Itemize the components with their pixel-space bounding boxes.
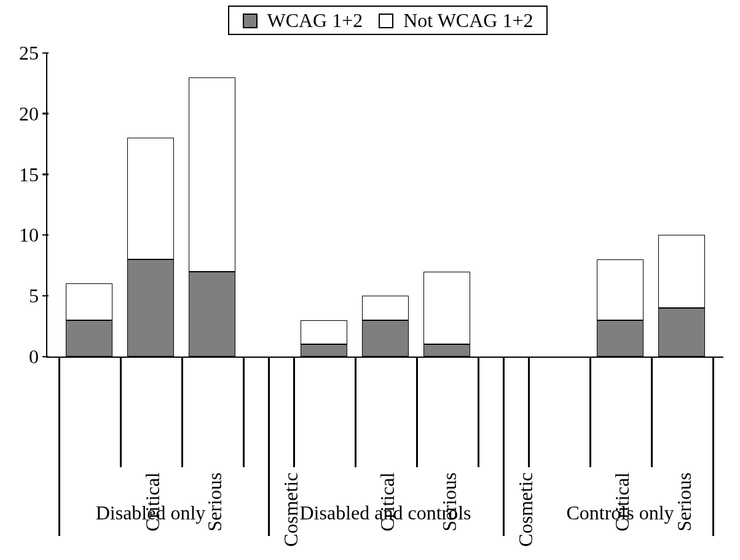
bar-segment-not-wcag (597, 259, 644, 320)
tick-mark-icon (42, 295, 49, 297)
y-tick-label: 0 (29, 345, 47, 368)
legend-label: WCAG 1+2 (267, 9, 363, 31)
subcategory-separator (293, 357, 295, 467)
subcategory-separator (528, 357, 530, 467)
bar-segment-wcag (362, 320, 409, 357)
bar-segment-wcag (423, 344, 470, 357)
bar-segment-wcag (189, 272, 235, 357)
y-tick-label: 25 (19, 42, 47, 65)
subcategory-separator (589, 357, 591, 467)
group-separator (268, 357, 270, 536)
tick-mark-icon (42, 113, 49, 115)
legend-swatch-icon (379, 14, 393, 28)
group-label: Disabled and controls (299, 502, 471, 524)
group-separator (58, 357, 60, 536)
bar-segment-not-wcag (66, 283, 112, 320)
bar-segment-not-wcag (127, 138, 174, 259)
bar-segment-not-wcag (189, 77, 235, 272)
subcategory-separator (478, 357, 479, 467)
bar-segment-wcag (127, 259, 174, 357)
bar-segment-wcag (66, 320, 112, 357)
subcategory-separator (651, 357, 653, 467)
subcategory-label: Serious (203, 473, 226, 532)
plot-area: 0510152025CriticalSeriousCosmeticCritica… (46, 53, 723, 358)
y-tick-label: 5 (29, 285, 47, 307)
group-separator (503, 357, 505, 536)
bar-segment-wcag (301, 344, 347, 357)
tick-mark-icon (42, 234, 49, 236)
chart-stage: WCAG 1+2 Not WCAG 1+2 0510152025Critical… (0, 0, 740, 560)
bar-segment-wcag (597, 320, 644, 357)
subcategory-separator (243, 357, 245, 467)
tick-mark-icon (42, 356, 49, 358)
subcategory-separator (355, 357, 356, 467)
legend-label: Not WCAG 1+2 (403, 9, 533, 31)
legend-swatch-icon (243, 14, 258, 28)
subcategory-label: Cosmetic (514, 473, 537, 547)
subcategory-separator (181, 357, 183, 467)
subcategory-label: Serious (673, 473, 696, 532)
bar-segment-not-wcag (423, 272, 470, 345)
subcategory-separator (120, 357, 122, 467)
y-tick-label: 15 (19, 163, 47, 186)
tick-mark-icon (42, 52, 49, 54)
group-label: Disabled only (96, 502, 206, 524)
legend-entry-not-wcag: Not WCAG 1+2 (379, 10, 533, 30)
y-tick-label: 10 (19, 224, 47, 246)
bar-segment-not-wcag (362, 296, 409, 320)
y-tick-label: 20 (19, 102, 47, 125)
legend-entry-wcag: WCAG 1+2 (243, 10, 363, 30)
legend: WCAG 1+2 Not WCAG 1+2 (228, 6, 548, 35)
tick-mark-icon (42, 173, 49, 175)
bar-segment-not-wcag (301, 320, 347, 345)
bar-segment-not-wcag (658, 235, 705, 308)
group-separator (712, 357, 714, 536)
group-label: Controls only (566, 502, 674, 524)
bar-segment-wcag (658, 308, 705, 357)
subcategory-separator (416, 357, 418, 467)
